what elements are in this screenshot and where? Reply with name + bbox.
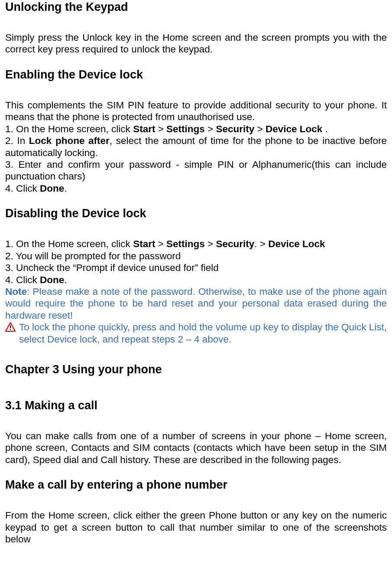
heading-disable-device-lock: Disabling the Device lock	[5, 206, 387, 221]
paragraph-unlocking-body: Simply press the Unlock key in the Home …	[5, 32, 387, 55]
nav-security: Security	[216, 238, 254, 249]
text: .	[322, 124, 328, 134]
text: . >	[254, 238, 268, 249]
nav-device-lock: Device Lock	[266, 124, 322, 134]
paragraph-call-by-number-body: From the Home screen, click either the g…	[5, 509, 387, 545]
paragraph-making-call-body: You can make calls from one of a number …	[5, 430, 387, 466]
warning-text: To lock the phone quickly, press and hol…	[19, 321, 387, 345]
disable-step-1: 1. On the Home screen, click Start > Set…	[5, 238, 387, 250]
note-password: Note: Please make a note of the password…	[5, 286, 387, 321]
note-text: : Please make a note of the password. Ot…	[5, 286, 387, 321]
nav-settings: Settings	[166, 124, 205, 134]
disable-step-3: 3. Uncheck the “Prompt if device unused …	[5, 262, 387, 274]
enable-step-4: 4. Click Done.	[5, 183, 387, 194]
text: >	[205, 124, 216, 134]
nav-start: Start	[133, 238, 155, 249]
heading-unlocking-keypad: Unlocking the Keypad	[5, 0, 387, 14]
text: 4. Click	[5, 274, 40, 285]
disable-step-2: 2. You will be prompted for the password	[5, 250, 387, 262]
enable-step-3: 3. Enter and confirm your password - sim…	[5, 159, 387, 183]
svg-rect-2	[10, 329, 11, 330]
text: 1. On the Home screen, click	[5, 124, 133, 134]
nav-start: Start	[133, 124, 155, 134]
heading-call-by-number: Make a call by entering a phone number	[5, 478, 387, 492]
note-label: Note	[5, 286, 27, 297]
heading-making-a-call: 3.1 Making a call	[5, 398, 387, 413]
enable-step-1: 1. On the Home screen, click Start > Set…	[5, 123, 387, 135]
heading-enable-device-lock: Enabling the Device lock	[5, 68, 387, 82]
paragraph-enable-intro: This complements the SIM PIN feature to …	[5, 99, 387, 123]
option-lock-phone-after: Lock phone after	[29, 135, 110, 146]
text: 2. In	[5, 135, 29, 146]
disable-step-4: 4. Click Done.	[5, 274, 387, 286]
warning-icon	[5, 322, 16, 332]
enable-step-2: 2. In Lock phone after, select the amoun…	[5, 135, 387, 159]
nav-device-lock: Device Lock	[268, 238, 325, 249]
text: >	[254, 124, 266, 134]
button-done: Done	[40, 183, 64, 194]
heading-chapter-3: Chapter 3 Using your phone	[5, 362, 387, 377]
button-done: Done	[40, 274, 64, 285]
svg-rect-1	[10, 325, 11, 328]
text: 1. On the Home screen, click	[5, 238, 133, 249]
text: >	[155, 124, 166, 134]
text: .	[64, 183, 67, 194]
text: >	[205, 238, 216, 249]
text: >	[155, 238, 166, 249]
warning-quick-lock: To lock the phone quickly, press and hol…	[5, 321, 387, 345]
text: .	[64, 274, 67, 285]
nav-settings: Settings	[166, 238, 205, 249]
text: 4. Click	[5, 183, 40, 194]
nav-security: Security	[216, 124, 254, 134]
